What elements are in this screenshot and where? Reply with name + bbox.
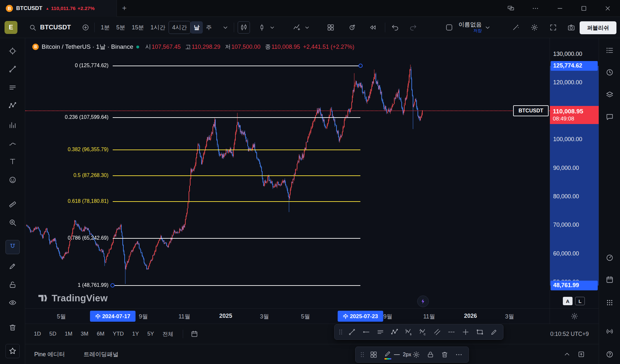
ruler-icon[interactable] <box>5 197 20 212</box>
gauge-icon[interactable] <box>603 251 617 265</box>
layout-select-icon[interactable] <box>443 21 455 34</box>
redo-icon[interactable] <box>407 21 419 34</box>
dashes-icon[interactable] <box>444 326 459 338</box>
undo-icon[interactable] <box>389 21 401 34</box>
interval-주[interactable]: 주 <box>203 21 215 34</box>
fib-line-4[interactable] <box>113 201 360 202</box>
panel-expand-icon[interactable] <box>577 350 585 358</box>
trendline-icon[interactable] <box>5 62 20 76</box>
clock-label[interactable]: 0:10:52 UTC+9 <box>550 331 589 338</box>
zoom-icon[interactable] <box>5 215 20 230</box>
interval-날[interactable]: 날 <box>191 21 203 34</box>
emoji-icon[interactable] <box>5 173 20 187</box>
maximize-icon[interactable] <box>580 5 588 12</box>
boost-icon[interactable] <box>417 296 429 307</box>
rect-icon[interactable] <box>473 326 487 338</box>
more-options-icon[interactable] <box>452 348 466 361</box>
log-scale-toggle[interactable]: L <box>575 297 585 305</box>
grip-icon[interactable] <box>336 326 345 338</box>
new-tab-button[interactable]: + <box>122 4 127 12</box>
xabcd-icon[interactable] <box>5 99 20 113</box>
trash-icon[interactable] <box>5 320 20 335</box>
indicators-icon[interactable] <box>291 21 303 34</box>
indicators-chevron-down-icon[interactable] <box>304 21 311 34</box>
trendline-icon[interactable] <box>345 326 359 338</box>
drawing-settings-icon[interactable] <box>409 348 423 361</box>
price-scale[interactable]: 130,000.00120,000.00100,000.0090,000.008… <box>550 38 599 308</box>
range-3M[interactable]: 3M <box>77 328 93 340</box>
text-icon[interactable] <box>5 154 20 169</box>
wave15-icon[interactable]: 51 <box>402 326 416 338</box>
time-axis[interactable]: 5월9월11월20253월5월9월11월20263월수 2024-07-17수 … <box>25 308 550 324</box>
chart-style-candles-icon[interactable] <box>238 21 250 34</box>
fib-line-5[interactable] <box>113 238 360 239</box>
fib-handle-top[interactable] <box>358 64 363 68</box>
range-6M[interactable]: 6M <box>93 328 109 340</box>
interval-1시간[interactable]: 1시간 <box>147 21 169 34</box>
broadcast-icon[interactable] <box>603 324 617 338</box>
symbol-tab[interactable]: B BTCUSDT ▲ 110,011.76 +2.27% <box>0 0 117 17</box>
fullscreen-icon[interactable] <box>547 21 559 34</box>
legend-title[interactable]: Bitcoin / TetherUS · 1날 · Binance <box>42 43 133 51</box>
settings-gear-icon[interactable] <box>528 21 541 34</box>
multichart-layout-icon[interactable] <box>325 21 337 34</box>
window-menu-icon[interactable] <box>532 5 539 12</box>
help-icon[interactable] <box>603 347 617 361</box>
brush-icon[interactable] <box>5 136 20 150</box>
scale-gear-icon[interactable] <box>571 312 578 320</box>
interval-15분[interactable]: 15분 <box>129 21 147 34</box>
save-layout-label[interactable]: 저장 <box>473 28 482 33</box>
hlines-icon[interactable] <box>5 80 20 95</box>
bar-replay-icon[interactable] <box>367 21 379 34</box>
range-전체[interactable]: 전체 <box>158 328 178 340</box>
interval-chevron-down-icon[interactable] <box>222 21 229 34</box>
fib-line-2[interactable] <box>113 150 360 150</box>
edit-icon[interactable] <box>5 259 20 273</box>
chart-legend[interactable]: B Bitcoin / TetherUS · 1날 · Binance 시107… <box>32 43 355 51</box>
layout-name-menu[interactable]: 이름없음 저장 <box>459 22 482 33</box>
interval-5분[interactable]: 5분 <box>113 21 129 34</box>
range-1D[interactable]: 1D <box>30 328 45 340</box>
pencil-icon[interactable] <box>487 326 501 338</box>
lock-drawing-icon[interactable] <box>423 348 438 361</box>
tab-trading-panel[interactable]: 트레이딩패널 <box>84 350 119 358</box>
star-icon[interactable] <box>5 344 20 358</box>
publish-button[interactable]: 퍼블리쉬 <box>580 21 616 34</box>
range-5D[interactable]: 5D <box>45 328 61 340</box>
crosshair-icon[interactable] <box>5 44 20 58</box>
layout-chevron-down-icon[interactable] <box>484 21 491 34</box>
compare-add-icon[interactable] <box>79 21 92 34</box>
chart-style-alt-icon[interactable] <box>256 21 268 34</box>
drag-handle-icon[interactable] <box>358 348 367 361</box>
range-5Y[interactable]: 5Y <box>143 328 158 340</box>
chart-style-chevron-down-icon[interactable] <box>269 21 276 34</box>
forecast-icon[interactable] <box>5 118 20 132</box>
range-1Y[interactable]: 1Y <box>128 328 143 340</box>
snapshot-camera-icon[interactable] <box>565 21 577 34</box>
alerts-clock-icon[interactable] <box>603 65 617 79</box>
fib-line-1[interactable] <box>113 117 360 118</box>
hray-icon[interactable] <box>359 326 373 338</box>
calendar-icon[interactable] <box>603 273 617 287</box>
fib-line-6[interactable] <box>113 285 360 286</box>
quick-search-icon[interactable] <box>510 21 522 34</box>
chat-icon[interactable] <box>603 110 617 124</box>
panel-collapse-icon[interactable] <box>563 350 571 358</box>
templates-icon[interactable] <box>367 348 381 361</box>
user-avatar[interactable]: E <box>5 21 17 34</box>
cross-icon[interactable] <box>459 326 473 338</box>
watchlist-icon[interactable] <box>603 43 617 57</box>
line-width-button[interactable]: 2px <box>395 348 409 361</box>
symbol-search-button[interactable]: BTCUSDT <box>40 24 71 31</box>
waveac-icon[interactable]: CA <box>416 326 430 338</box>
fib-line-0[interactable] <box>113 66 360 66</box>
hlines-icon[interactable] <box>373 326 388 338</box>
minimize-icon[interactable] <box>556 5 564 12</box>
close-icon[interactable] <box>604 5 612 12</box>
delete-drawing-icon[interactable] <box>438 348 452 361</box>
search-icon[interactable] <box>28 21 37 34</box>
magnet-icon[interactable] <box>5 240 20 254</box>
apps-grid-icon[interactable] <box>603 296 617 310</box>
unlock-icon[interactable] <box>5 278 20 292</box>
tab-pine-editor[interactable]: Pine 에디터 <box>34 350 65 358</box>
